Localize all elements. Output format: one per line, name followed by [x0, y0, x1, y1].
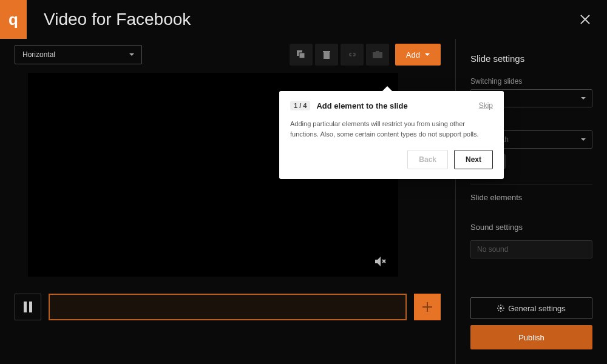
gear-icon — [497, 305, 504, 312]
chevron-down-icon — [425, 53, 430, 56]
svg-rect-3 — [323, 51, 330, 52]
pause-icon — [24, 302, 32, 312]
chevron-down-icon — [581, 138, 586, 141]
popover-body: Adding particular elements will restrict… — [290, 119, 493, 139]
main: Horizontal Add — [0, 39, 607, 364]
chevron-down-icon — [129, 53, 134, 56]
orientation-select[interactable]: Horizontal — [15, 45, 142, 64]
header: q Video for Facebook — [0, 0, 607, 39]
next-label: Next — [466, 155, 481, 164]
add-element-button[interactable]: Add — [395, 44, 441, 66]
close-icon[interactable] — [578, 12, 592, 27]
logo-letter: q — [8, 10, 18, 29]
skip-link[interactable]: Skip — [479, 101, 493, 110]
editor-toolbar-row: Horizontal Add — [15, 44, 441, 66]
orientation-value: Horizontal — [22, 50, 55, 59]
plus-icon — [421, 301, 433, 313]
popover-header: 1 / 4 Add element to the slide Skip — [290, 101, 493, 110]
pause-button[interactable] — [15, 294, 41, 320]
speaker-icon — [375, 257, 381, 266]
sidebar-title: Slide settings — [470, 53, 592, 64]
sidebar-actions: General settings Publish — [470, 297, 592, 349]
sidebar: Slide settings Switching slides on ext l… — [455, 39, 607, 364]
page-title: Video for Facebook — [44, 10, 191, 29]
back-button: Back — [407, 150, 448, 169]
app-logo: q — [0, 0, 27, 39]
link-button[interactable] — [341, 44, 364, 66]
step-indicator: 1 / 4 — [290, 101, 310, 110]
publish-button[interactable]: Publish — [470, 325, 592, 349]
duplicate-button[interactable] — [290, 44, 313, 66]
add-button-label: Add — [406, 50, 420, 59]
sound-settings-title: Sound settings — [470, 223, 592, 232]
slide-elements-title: Slide elements — [470, 193, 592, 202]
svg-rect-4 — [373, 52, 382, 58]
chevron-down-icon — [581, 97, 586, 99]
toolbar: Add — [290, 44, 441, 66]
next-button[interactable]: Next — [454, 150, 493, 169]
divider — [470, 184, 592, 184]
add-slide-button[interactable] — [414, 294, 441, 320]
publish-label: Publish — [518, 333, 544, 342]
general-settings-label: General settings — [508, 304, 566, 313]
svg-rect-2 — [324, 52, 330, 59]
popover-title: Add element to the slide — [316, 101, 407, 110]
x-icon — [382, 260, 385, 263]
sound-select[interactable]: No sound — [470, 240, 592, 258]
camera-button[interactable] — [366, 44, 389, 66]
general-settings-button[interactable]: General settings — [470, 297, 592, 319]
timeline-track[interactable] — [49, 294, 407, 320]
camera-icon — [373, 51, 382, 58]
mute-button[interactable] — [374, 255, 387, 268]
svg-rect-5 — [376, 51, 379, 53]
link-icon — [347, 52, 357, 58]
svg-rect-1 — [299, 53, 305, 58]
popover-actions: Back Next — [290, 150, 493, 169]
trash-icon — [323, 50, 330, 59]
sound-value: No sound — [477, 245, 508, 254]
timeline-row — [15, 294, 441, 320]
switching-label: Switching slides — [470, 77, 592, 86]
copy-icon — [297, 50, 305, 59]
back-label: Back — [419, 155, 436, 164]
svg-point-6 — [500, 307, 502, 309]
onboarding-popover: 1 / 4 Add element to the slide Skip Addi… — [279, 91, 504, 179]
delete-button[interactable] — [315, 44, 338, 66]
